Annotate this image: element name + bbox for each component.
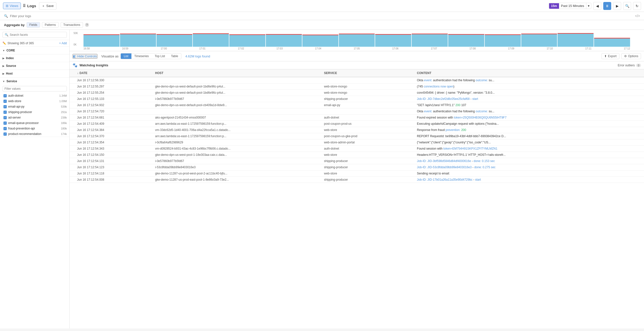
pause-button[interactable]: ⏸ [603, 2, 611, 10]
table-row[interactable]: Jun 16 17:12:55.254 gke-demo-dpn-us-west… [70, 90, 644, 96]
viz-tab-table[interactable]: Table [168, 54, 181, 59]
next-button[interactable]: ▶ [613, 2, 621, 10]
bar-red-indicator [156, 34, 192, 35]
viz-tab-timeseries[interactable]: Timeseries [132, 54, 152, 59]
agg-transactions-btn[interactable]: Transactions [60, 22, 83, 28]
service-checkbox[interactable] [4, 132, 7, 136]
row-indicator-cell [70, 77, 74, 84]
table-row[interactable]: Jun 16 17:12:54.008 gke-demo-11287-us-pr… [70, 177, 644, 183]
help-icon[interactable]: ? [85, 23, 89, 27]
refresh-button[interactable]: ↻ [633, 2, 641, 10]
log-search-input[interactable] [10, 14, 633, 18]
histogram-time-label: 17:01 [199, 47, 206, 50]
viz-tab-list[interactable]: List [121, 54, 132, 59]
row-indicator-cell [70, 170, 74, 177]
table-row[interactable]: Jun 16 17:12:54.118 gke-demo-11287-us-pr… [70, 170, 644, 177]
table-row[interactable]: Jun 16 17:12:54.409 arn:aws:lambda:us-ea… [70, 121, 644, 127]
table-row[interactable]: Jun 16 17:12:54.370 arn:aws:lambda:us-ea… [70, 133, 644, 140]
row-service: shipping-producer [322, 164, 414, 170]
export-button[interactable]: ⬆ Export [602, 53, 620, 59]
row-host: gke-demo-dpn-us-west-default-pool-cb409a… [152, 102, 322, 108]
sidebar-item-service[interactable]: shipping-producer 291k [0, 109, 69, 115]
row-service: auth-dotnet [322, 146, 414, 152]
facet-group-source-header[interactable]: ▶ Source [0, 62, 69, 70]
service-count: 238k [61, 116, 67, 119]
table-row[interactable]: Jun 16 17:12:54.131 i-0e57860b977b5fd67 … [70, 158, 644, 164]
row-indicator-cell [70, 133, 74, 140]
facet-group-source: ▶ Source [0, 62, 69, 70]
th-host[interactable]: HOST [152, 69, 322, 77]
facet-search-input[interactable] [10, 33, 64, 36]
agg-fields-btn[interactable]: Fields [26, 22, 40, 28]
bar-segment [84, 34, 120, 47]
table-row[interactable]: Jun 16 17:12:54.932 gke-demo-dpn-us-west… [70, 102, 644, 108]
content-area: 50K 0K 16:5816:5917:0017:0117:0217:0317:… [70, 30, 644, 328]
sidebar-item-service[interactable]: auth-dotnet 1.34M [0, 93, 69, 98]
log-table-container: ↓DATE HOST SERVICE CONTENT Jun 16 17:12:… [70, 69, 644, 328]
service-checkbox[interactable] [4, 94, 7, 98]
sidebar-item-service[interactable]: email-queue-processor 186k [0, 120, 69, 126]
sidebar-item-service[interactable]: web-store 1.09M [0, 98, 69, 104]
sidebar-item-service[interactable]: ad-server 238k [0, 115, 69, 120]
facet-group-host-header[interactable]: ▶ Host [0, 70, 69, 77]
th-service[interactable]: SERVICE [322, 69, 414, 77]
options-button[interactable]: ⚙ Options [622, 53, 641, 59]
facet-group-service-header[interactable]: ▼ Service [0, 78, 69, 85]
table-row[interactable]: Jun 16 17:12:55.297 gke-demo-dpn-us-west… [70, 84, 644, 90]
service-checkbox[interactable] [4, 100, 7, 103]
service-filter-input[interactable] [2, 86, 67, 92]
viz-tab-toplist[interactable]: Top List [152, 54, 168, 59]
service-checkbox[interactable] [4, 105, 7, 108]
table-row[interactable]: Jun 16 17:12:55.133 i-0e57860b977b5fd67 … [70, 96, 644, 102]
table-row[interactable]: Jun 16 17:12:54.354 i-0cf8a64af62989629 … [70, 140, 644, 146]
sidebar-item-service[interactable]: fraud-prevention-api 180k [0, 126, 69, 131]
th-content[interactable]: CONTENT [414, 69, 644, 77]
histogram-time-label: 17:11 [585, 47, 591, 50]
table-row[interactable]: Jun 16 17:12:54.123 i-53c8fdda09bb99e840… [70, 164, 644, 170]
search-icon-button[interactable]: 🔍 [623, 2, 631, 10]
th-date[interactable]: ↓DATE [74, 69, 152, 77]
facet-group-index-header[interactable]: ▶ Index [0, 54, 69, 62]
gear-icon: ⚙ [624, 54, 627, 58]
views-button[interactable]: ⊞ Views [3, 2, 21, 9]
code-toggle-icon[interactable]: </> [635, 14, 640, 18]
facet-search-icon: 🔍 [5, 33, 8, 36]
time-caret-icon[interactable]: ▾ [586, 3, 591, 9]
facet-search-input-wrapper[interactable]: 🔍 [2, 32, 67, 38]
table-row[interactable]: Jun 16 17:12:54.343 vm-d0928524-b931-43a… [70, 146, 644, 152]
histogram-bar [412, 34, 448, 47]
row-date: Jun 16 17:12:54.681 [74, 114, 152, 121]
facet-group-core-header[interactable]: ▼ CORE [0, 47, 69, 54]
service-checkbox[interactable] [4, 122, 7, 125]
plus-icon: ＋ [42, 4, 45, 8]
facet-group-core-label: CORE [6, 49, 15, 52]
add-facet-button[interactable]: + Add [59, 42, 67, 45]
time-selector[interactable]: 15m Past 15 Minutes ▾ [549, 3, 591, 9]
row-host: vm-33dc62d5-1d40-4001-706a-d4a22fcca5a1.… [152, 127, 322, 133]
table-row[interactable]: Jun 16 17:12:54.720 Okta event: authenti… [70, 108, 644, 114]
sidebar-item-service[interactable]: product-recommendation 174k [0, 131, 69, 137]
sidebar-search: 🔍 [0, 30, 69, 40]
table-row[interactable]: Jun 16 17:12:54.150 gke-demo-dpn-us-west… [70, 152, 644, 158]
histogram-bar [448, 34, 484, 47]
service-count: 291k [61, 110, 67, 114]
service-checkbox[interactable] [4, 110, 7, 114]
row-indicator-cell [70, 177, 74, 183]
save-button[interactable]: ＋ Save [39, 2, 56, 10]
table-row[interactable]: Jun 16 17:12:56.330 Okta event: authenti… [70, 77, 644, 84]
watchdog-bar: 🐾 Watchdog Insights Error outliers 0 [70, 62, 644, 69]
hide-controls-button[interactable]: ◧ Hide Controls [72, 54, 98, 59]
service-name: fraud-prevention-api [8, 127, 35, 130]
prev-button[interactable]: ◀ [593, 2, 601, 10]
agg-patterns-btn[interactable]: Patterns [42, 22, 59, 28]
row-host: arn:aws:lambda:us-east-1:172597598159:fu… [152, 133, 322, 140]
sidebar-item-service[interactable]: email-api-py 539k [0, 104, 69, 109]
service-checkbox[interactable] [4, 127, 7, 130]
table-row[interactable]: Jun 16 17:12:54.681 aks-agentpool-214514… [70, 114, 644, 121]
row-content: Job-ID: JID-53c8fdda09bb99e8403016e3 - d… [414, 164, 644, 170]
error-outliers-label: Error outliers [618, 64, 635, 67]
service-count: 180k [61, 127, 67, 130]
service-checkbox[interactable] [4, 116, 7, 119]
table-row[interactable]: Jun 16 17:12:54.384 vm-33dc62d5-1d40-400… [70, 127, 644, 133]
watchdog-label: Watchdog Insights [80, 63, 108, 67]
